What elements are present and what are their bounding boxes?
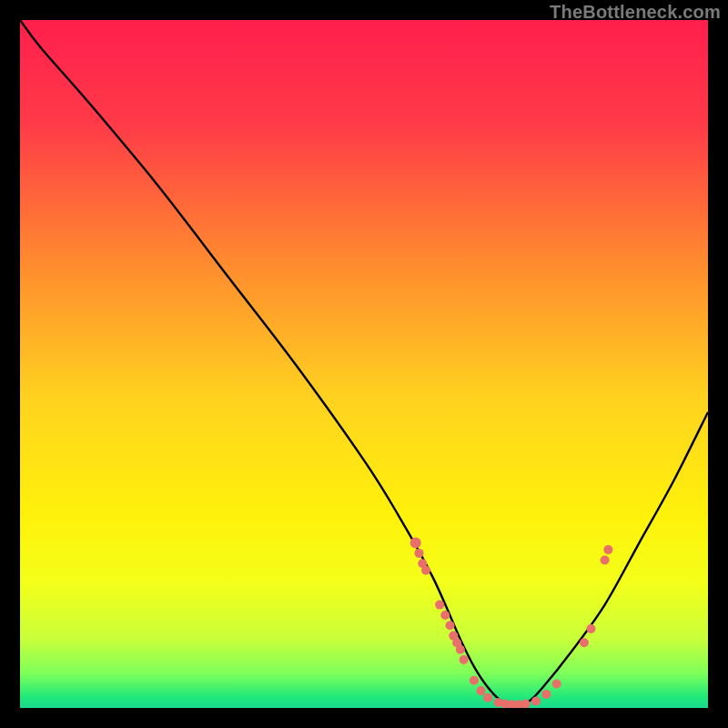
data-marker xyxy=(580,638,589,647)
data-marker xyxy=(421,566,430,575)
data-marker xyxy=(483,693,492,703)
plot-svg xyxy=(20,20,708,708)
data-marker xyxy=(541,690,551,699)
plot-area xyxy=(20,20,708,708)
data-marker xyxy=(552,680,561,689)
data-marker xyxy=(435,601,444,610)
data-marker xyxy=(601,555,610,564)
data-marker xyxy=(410,538,421,549)
data-marker xyxy=(603,545,612,554)
data-marker xyxy=(470,676,479,685)
data-marker xyxy=(446,621,455,630)
data-marker xyxy=(531,696,541,705)
data-marker xyxy=(456,645,465,654)
data-marker xyxy=(414,549,423,558)
data-marker xyxy=(440,611,450,620)
data-marker xyxy=(521,699,531,708)
data-marker xyxy=(586,624,595,633)
data-marker xyxy=(477,686,486,695)
chart-frame: TheBottleneck.com xyxy=(0,0,728,728)
data-marker xyxy=(460,655,469,664)
